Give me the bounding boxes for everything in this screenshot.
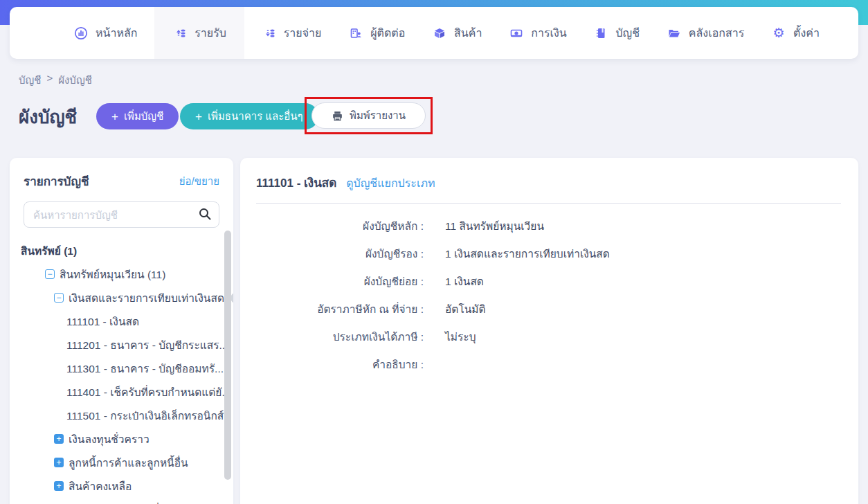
tree-item-111101[interactable]: 111101 - เงินสด	[10, 309, 233, 333]
nav-item-income[interactable]: รายรับ	[154, 7, 244, 59]
detail-label: ประเภทเงินได้ภาษี :	[256, 328, 424, 345]
nav-label-expense: รายจ่าย	[284, 24, 322, 42]
view-ledger-link[interactable]: ดูบัญชีแยกประเภท	[346, 174, 435, 192]
add-account-label: เพิ่มบัญชี	[124, 108, 163, 125]
tree-item-label: เงินลงทุนชั่วคราว	[69, 431, 150, 448]
tree-item-current-assets[interactable]: สินทรัพย์หมุนเวียน (11)	[10, 262, 233, 286]
expand-plus-icon[interactable]	[54, 481, 64, 491]
documents-icon	[667, 26, 682, 41]
expense-icon	[262, 26, 277, 41]
nav-label-finance: การเงิน	[531, 24, 566, 42]
tree-item-label: สินค้าคงเหลือ	[69, 478, 132, 495]
account-detail-panel: 111101 - เงินสด ดูบัญชีแยกประเภท ผังบัญช…	[240, 158, 858, 504]
detail-value: ไม่ระบุ	[445, 328, 476, 345]
nav-item-contacts[interactable]: ผู้ติดต่อ	[338, 7, 415, 59]
nav-item-documents[interactable]: คลังเอกสาร	[657, 7, 754, 59]
nav-item-products[interactable]: สินค้า	[422, 7, 491, 59]
nav-item-settings[interactable]: ⚙ ตั้งค่า	[761, 7, 829, 59]
nav-label-income: รายรับ	[195, 24, 226, 42]
account-detail-title: 111101 - เงินสด	[256, 173, 336, 192]
detail-row-main-chart: ผังบัญชีหลัก : 11 สินทรัพย์หมุนเวียน	[256, 212, 841, 240]
nav-label-accounting: บัญชี	[615, 24, 640, 42]
tree-item-other-current-assets[interactable]: สินทรัพย์หมุนเวียนอื่น	[10, 498, 233, 504]
add-bank-label: เพิ่มธนาคาร และอื่นๆ	[208, 108, 303, 125]
tree-item-short-term-investments[interactable]: เงินลงทุนชั่วคราว	[10, 427, 233, 451]
tree-item-label: 111301 - ธนาคาร - บัญชีออมทรั...	[66, 360, 224, 377]
detail-row-sub-chart: ผังบัญชีรอง : 1 เงินสดและรายการเทียบเท่า…	[256, 240, 841, 267]
settings-icon: ⚙	[771, 26, 786, 41]
tree-item-label: 111501 - กระเป๋าเงินอิเล็กทรอนิกส์	[66, 407, 224, 424]
add-bank-button[interactable]: + เพิ่มธนาคาร และอื่นๆ	[180, 103, 318, 129]
printer-icon	[332, 110, 343, 122]
tree-item-label: เงินสดและรายการเทียบเท่าเงินสด	[69, 289, 224, 307]
accounting-icon	[593, 26, 608, 41]
detail-label: ผังบัญชีรอง :	[256, 245, 424, 262]
detail-value: 11 สินทรัพย์หมุนเวียน	[445, 217, 544, 235]
print-report-button[interactable]: พิมพ์รายงาน	[311, 102, 426, 129]
tree-item-label: สินทรัพย์หมุนเวียนอื่น	[69, 501, 168, 504]
finance-icon	[509, 26, 524, 41]
account-detail-rows: ผังบัญชีหลัก : 11 สินทรัพย์หมุนเวียน ผัง…	[256, 212, 841, 378]
tree-item-111301[interactable]: 111301 - ธนาคาร - บัญชีออมทรั...	[10, 357, 233, 380]
detail-row-minor-chart: ผังบัญชีย่อย : 1 เงินสด	[256, 267, 841, 295]
detail-row-description: คำอธิบาย :	[256, 350, 841, 378]
nav-label-documents: คลังเอกสาร	[689, 24, 744, 42]
tree-item-cash-and-equivalents[interactable]: เงินสดและรายการเทียบเท่าเงินสด	[10, 286, 233, 309]
tree-item-label: 111201 - ธนาคาร - บัญชีกระแสร...	[66, 336, 228, 354]
account-search	[24, 201, 219, 228]
detail-row-withholding-tax: อัตราภาษีหัก ณ ที่จ่าย : อัตโนมัติ	[256, 295, 841, 323]
tree-item-label: 111401 - เช็ครับที่ครบกำหนดแต่ยั...	[66, 384, 230, 401]
account-tree: สินทรัพย์ (1) สินทรัพย์หมุนเวียน (11) เง…	[10, 239, 233, 504]
page-title: ผังบัญชี	[19, 102, 77, 131]
tree-item-111201[interactable]: 111201 - ธนาคาร - บัญชีกระแสร...	[10, 333, 233, 357]
tree-item-111501[interactable]: 111501 - กระเป๋าเงินอิเล็กทรอนิกส์	[10, 404, 233, 427]
dashboard-icon	[73, 26, 89, 41]
nav-item-finance[interactable]: การเงิน	[499, 7, 576, 59]
breadcrumb-separator: >	[46, 72, 53, 89]
tree-item-receivables[interactable]: ลูกหนี้การค้าและลูกหนี้อื่น	[10, 451, 233, 474]
tree-item-label: สินทรัพย์หมุนเวียน (11)	[60, 266, 165, 283]
tree-item-111401[interactable]: 111401 - เช็ครับที่ครบกำหนดแต่ยั...	[10, 380, 233, 404]
breadcrumb: บัญชี > ผังบัญชี	[19, 72, 92, 89]
main-navigation: หน้าหลัก รายรับ รายจ่าย ผู้ติดต่อ สินค้า…	[10, 7, 858, 59]
plus-icon: +	[195, 111, 202, 123]
tree-item-label: สินทรัพย์ (1)	[21, 242, 77, 260]
income-icon	[172, 26, 188, 41]
nav-label-contacts: ผู้ติดต่อ	[370, 24, 405, 42]
detail-row-income-tax-type: ประเภทเงินได้ภาษี : ไม่ระบุ	[256, 323, 841, 350]
nav-label-home: หน้าหลัก	[96, 24, 138, 42]
divider	[256, 203, 841, 204]
nav-label-products: สินค้า	[454, 24, 482, 42]
detail-label: ผังบัญชีหลัก :	[256, 217, 424, 235]
plus-icon: +	[111, 111, 118, 123]
collapse-minus-icon[interactable]	[45, 269, 55, 279]
collapse-expand-link[interactable]: ย่อ/ขยาย	[179, 173, 219, 190]
tree-scrollbar[interactable]	[224, 231, 231, 480]
expand-plus-icon[interactable]	[54, 434, 64, 444]
search-icon[interactable]	[198, 207, 212, 221]
nav-label-settings: ตั้งค่า	[793, 24, 820, 42]
nav-item-home[interactable]: หน้าหลัก	[64, 7, 147, 59]
add-account-button[interactable]: + เพิ่มบัญชี	[96, 103, 179, 129]
print-report-label: พิมพ์รายงาน	[350, 107, 406, 124]
detail-label: อัตราภาษีหัก ณ ที่จ่าย :	[256, 300, 424, 318]
account-list-title: รายการบัญชี	[24, 172, 89, 190]
tree-item-label: ลูกหนี้การค้าและลูกหนี้อื่น	[69, 454, 188, 471]
detail-value: 1 เงินสด	[445, 273, 484, 290]
nav-item-expense[interactable]: รายจ่าย	[252, 7, 332, 59]
tree-item-label: 111101 - เงินสด	[66, 313, 139, 330]
expand-plus-icon[interactable]	[54, 458, 64, 467]
detail-value: 1 เงินสดและรายการเทียบเท่าเงินสด	[445, 245, 610, 262]
nav-item-accounting[interactable]: บัญชี	[584, 7, 649, 59]
detail-label: ผังบัญชีย่อย :	[256, 273, 424, 290]
account-list-panel: รายการบัญชี ย่อ/ขยาย สินทรัพย์ (1) สินทร…	[10, 158, 233, 504]
collapse-minus-icon[interactable]	[54, 293, 64, 303]
tree-item-assets[interactable]: สินทรัพย์ (1)	[10, 239, 233, 262]
tree-item-inventory[interactable]: สินค้าคงเหลือ	[10, 474, 233, 498]
account-search-input[interactable]	[24, 201, 219, 228]
products-icon	[432, 26, 447, 41]
red-highlight-box: พิมพ์รายงาน	[305, 97, 433, 134]
detail-value: อัตโนมัติ	[445, 300, 486, 318]
contacts-icon	[348, 26, 363, 41]
breadcrumb-accounting[interactable]: บัญชี	[19, 72, 41, 89]
